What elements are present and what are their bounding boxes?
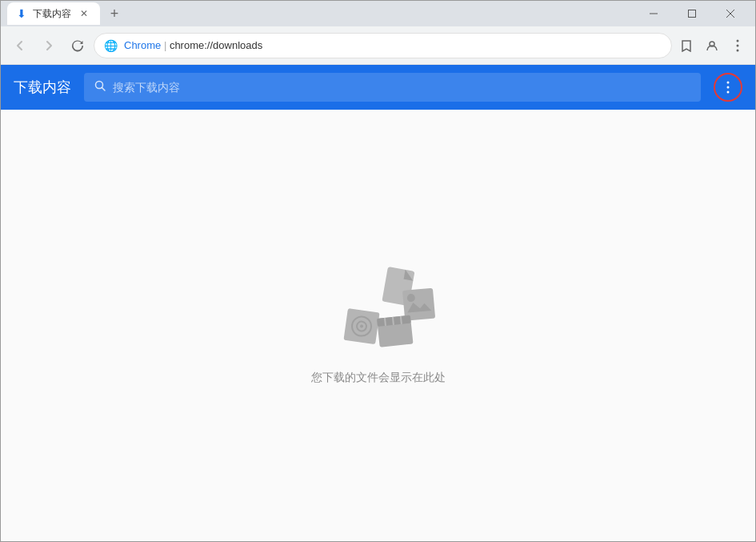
search-icon (94, 79, 106, 95)
empty-state: 您下载的文件会显示在此处 (311, 267, 446, 385)
reload-button[interactable] (65, 33, 90, 58)
new-tab-button[interactable]: + (103, 2, 126, 25)
browser-menu-button[interactable] (726, 34, 749, 57)
bookmark-button[interactable] (675, 34, 698, 57)
empty-state-text: 您下载的文件会显示在此处 (311, 371, 446, 385)
maximize-button[interactable] (674, 1, 710, 26)
svg-point-5 (737, 39, 739, 42)
svg-line-25 (400, 315, 401, 323)
window-controls (635, 1, 749, 26)
account-button[interactable] (701, 34, 723, 57)
page-title: 下载内容 (14, 78, 71, 97)
active-tab[interactable]: ⬇ 下载内容 ✕ (7, 2, 100, 25)
main-content: 您下载的文件会显示在此处 (1, 110, 755, 541)
title-bar: ⬇ 下载内容 ✕ + (1, 1, 755, 26)
navigation-bar: 🌐 Chrome | chrome://downloads (1, 26, 755, 65)
address-bar[interactable]: 🌐 Chrome | chrome://downloads (94, 33, 672, 58)
svg-point-6 (737, 44, 739, 46)
svg-point-11 (727, 86, 730, 89)
tab-title: 下载内容 (33, 7, 71, 21)
svg-point-10 (727, 82, 730, 84)
svg-point-12 (727, 91, 730, 94)
tab-strip: ⬇ 下载内容 ✕ + (7, 2, 635, 25)
close-button[interactable] (712, 1, 749, 26)
search-bar[interactable] (84, 73, 701, 102)
tab-favicon: ⬇ (17, 7, 26, 20)
address-text: Chrome | chrome://downloads (124, 39, 662, 51)
svg-rect-1 (689, 10, 696, 18)
svg-point-7 (737, 49, 739, 51)
svg-line-24 (392, 316, 393, 324)
page-header: 下载内容 (1, 65, 755, 110)
back-button[interactable] (7, 33, 33, 58)
forward-button[interactable] (36, 33, 62, 58)
tab-close-button[interactable]: ✕ (78, 7, 90, 20)
browser-window: ⬇ 下载内容 ✕ + 🌐 (0, 0, 756, 542)
svg-line-23 (384, 317, 385, 325)
header-menu-button[interactable] (714, 73, 742, 102)
search-input[interactable] (113, 81, 691, 94)
svg-rect-0 (650, 14, 658, 14)
downloads-empty-svg (330, 267, 442, 363)
address-favicon: 🌐 (104, 39, 118, 52)
empty-state-illustration (330, 267, 426, 355)
svg-line-9 (102, 88, 106, 91)
minimize-button[interactable] (635, 1, 672, 26)
